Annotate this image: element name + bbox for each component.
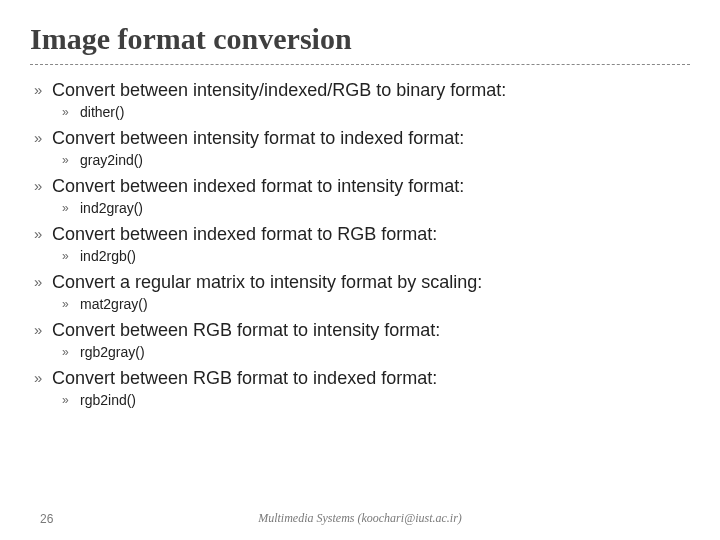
bullet-icon: » [34, 127, 52, 149]
list-item: » Convert between indexed format to RGB … [34, 223, 690, 245]
list-subitem-text: rgb2gray() [80, 343, 145, 361]
list-item: » Convert between indexed format to inte… [34, 175, 690, 197]
bullet-icon: » [62, 199, 80, 217]
bullet-icon: » [62, 247, 80, 265]
list-subitem: » rgb2ind() [34, 391, 690, 409]
list-item-text: Convert between RGB format to indexed fo… [52, 367, 437, 389]
bullet-icon: » [62, 391, 80, 409]
list-subitem-text: dither() [80, 103, 124, 121]
bullet-icon: » [34, 319, 52, 341]
list-item: » Convert a regular matrix to intensity … [34, 271, 690, 293]
list-item: » Convert between RGB format to intensit… [34, 319, 690, 341]
list-item-text: Convert between indexed format to intens… [52, 175, 464, 197]
bullet-icon: » [34, 79, 52, 101]
bullet-icon: » [34, 271, 52, 293]
bullet-icon: » [34, 367, 52, 389]
bullet-icon: » [62, 103, 80, 121]
bullet-icon: » [34, 223, 52, 245]
list-item-text: Convert between RGB format to intensity … [52, 319, 440, 341]
list-item: » Convert between intensity format to in… [34, 127, 690, 149]
bullet-icon: » [62, 343, 80, 361]
list-item-text: Convert between intensity format to inde… [52, 127, 464, 149]
bullet-icon: » [62, 295, 80, 313]
page-number: 26 [0, 512, 120, 526]
bullet-icon: » [34, 175, 52, 197]
list-subitem-text: ind2gray() [80, 199, 143, 217]
list-subitem: » dither() [34, 103, 690, 121]
list-subitem-text: ind2rgb() [80, 247, 136, 265]
content-list: » Convert between intensity/indexed/RGB … [30, 79, 690, 409]
list-item-text: Convert a regular matrix to intensity fo… [52, 271, 482, 293]
list-item-text: Convert between intensity/indexed/RGB to… [52, 79, 506, 101]
slide-title: Image format conversion [30, 22, 690, 65]
bullet-icon: » [62, 151, 80, 169]
list-item: » Convert between RGB format to indexed … [34, 367, 690, 389]
list-subitem: » gray2ind() [34, 151, 690, 169]
footer-text: Multimedia Systems (koochari@iust.ac.ir) [120, 511, 720, 526]
footer: 26 Multimedia Systems (koochari@iust.ac.… [0, 511, 720, 526]
list-subitem-text: rgb2ind() [80, 391, 136, 409]
list-subitem: » ind2gray() [34, 199, 690, 217]
list-subitem: » rgb2gray() [34, 343, 690, 361]
list-subitem-text: mat2gray() [80, 295, 148, 313]
list-subitem: » ind2rgb() [34, 247, 690, 265]
list-subitem-text: gray2ind() [80, 151, 143, 169]
list-item-text: Convert between indexed format to RGB fo… [52, 223, 437, 245]
slide: Image format conversion » Convert betwee… [0, 0, 720, 540]
list-item: » Convert between intensity/indexed/RGB … [34, 79, 690, 101]
list-subitem: » mat2gray() [34, 295, 690, 313]
